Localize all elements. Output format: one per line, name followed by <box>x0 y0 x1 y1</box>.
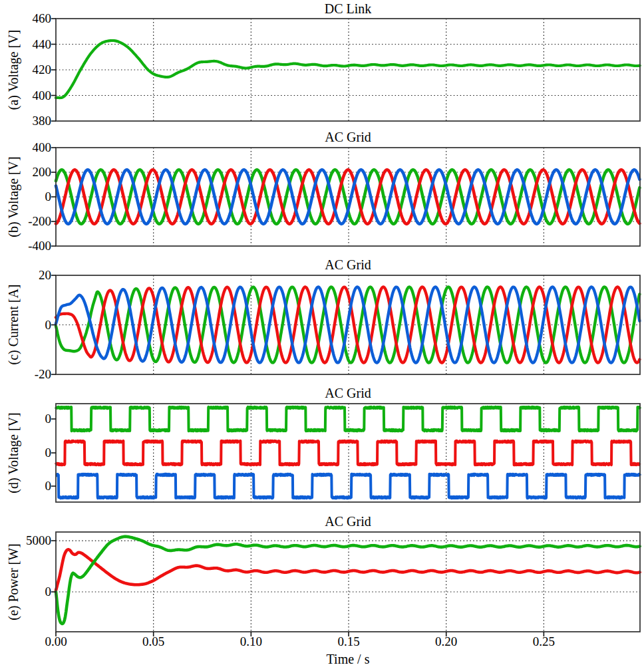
panel-a-ytick-4: 460 <box>0 11 51 26</box>
panel-e-plot <box>56 532 640 632</box>
panel-c-plot <box>56 275 640 374</box>
panel-e-ytick-0: 0 <box>0 585 51 599</box>
panel-a-ytick-2: 420 <box>0 63 51 77</box>
x-tick-0: 0.00 <box>33 634 79 649</box>
x-tick-2: 0.10 <box>228 634 274 649</box>
panel-b-ytick-2: 0 <box>0 190 51 204</box>
simulation-figure: DC Link AC Grid AC Grid AC Grid AC Grid … <box>0 0 644 671</box>
panel-b-ytick-3: 200 <box>0 165 51 180</box>
x-tick-5: 0.25 <box>520 634 567 649</box>
panel-b-plot <box>56 148 640 246</box>
panel-e-ylabel: (e) Power [W] <box>6 543 21 620</box>
x-tick-1: 0.05 <box>130 634 177 649</box>
panel-c-ytick-1: 0 <box>0 318 51 333</box>
panel-d-plot <box>56 404 640 502</box>
panel-c-ytick-2: 20 <box>0 268 51 283</box>
panel-b-title: AC Grid <box>56 130 640 144</box>
x-axis-label: Time / s <box>56 652 640 667</box>
x-tick-4: 0.20 <box>423 634 470 649</box>
panel-a-ytick-3: 440 <box>0 37 51 52</box>
panel-a-ytick-1: 400 <box>0 88 51 103</box>
panel-b-ytick-1: -200 <box>0 214 51 229</box>
panel-d-ytick-1: 0 <box>0 446 51 460</box>
panel-d-ytick-0: 0 <box>0 412 51 426</box>
panel-c-ytick-0: -20 <box>0 367 51 382</box>
panel-d-ytick-2: 0 <box>0 479 51 493</box>
x-tick-3: 0.15 <box>325 634 372 649</box>
panel-a-plot <box>56 19 640 121</box>
panel-a-ytick-0: 380 <box>0 114 51 128</box>
panel-d-title: AC Grid <box>56 386 640 400</box>
panel-a-title: DC Link <box>56 1 640 16</box>
panel-c-title: AC Grid <box>56 257 640 272</box>
panel-b-ytick-4: 400 <box>0 140 51 155</box>
panel-e-title: AC Grid <box>56 514 640 529</box>
panel-b-ytick-0: -400 <box>0 239 51 253</box>
panel-e-ytick-1: 5000 <box>0 533 51 548</box>
